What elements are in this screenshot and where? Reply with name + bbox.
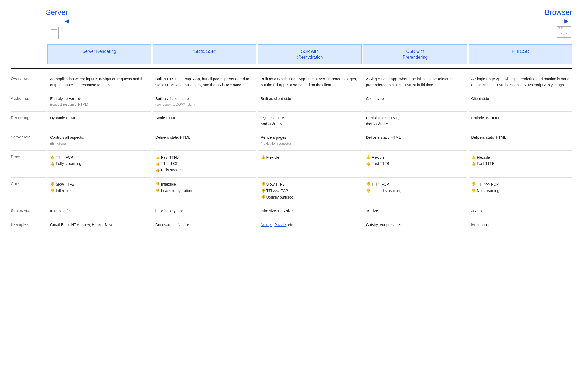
cell-authoring-static-ssr: Built as if client-side (components, DOM… — [153, 92, 256, 112]
col-header-csr-prerendering: CSR withPrerendering — [363, 44, 467, 64]
row-label-scales-via: Scales via: — [11, 204, 46, 218]
cell-pros-full-csr: 👍 Flexible 👍 Fast TTFB — [469, 151, 572, 178]
row-label-authoring: Authoring: — [11, 92, 46, 112]
row-label-pros: Pros: — [11, 151, 46, 178]
cell-examples-csr-prerendering: Gatsby, Vuepress, etc — [363, 218, 467, 232]
row-label-server-role: Server role: — [11, 131, 46, 150]
cell-overview-static-ssr: Built as a Single Page App, but all page… — [153, 72, 256, 92]
cell-overview-full-csr: A Single Page App. All logic, rendering … — [469, 72, 572, 92]
razzle-link[interactable]: Razzle — [274, 223, 286, 227]
cell-cons-full-csr: 👎 TTI >>> FCP 👎 No streaming — [469, 178, 572, 204]
comparison-table: Overview: An application where input is … — [11, 72, 572, 232]
server-icon — [46, 26, 62, 41]
col-header-full-csr: Full CSR — [469, 44, 572, 64]
svg-rect-0 — [49, 27, 59, 39]
arrow-line — [69, 21, 564, 21]
cell-examples-static-ssr: Docusaurus, Netflix* — [153, 218, 256, 232]
cell-cons-static-ssr: 👎 Inflexible 👎 Leads to hydration — [153, 178, 256, 204]
col-header-ssr-rehydration: SSR with(Re)hydration — [258, 44, 362, 64]
row-label-examples: Examples: — [11, 218, 46, 232]
authoring-arrow — [153, 107, 260, 107]
cell-scales-server-rendering: Infra size / cost — [47, 204, 151, 218]
svg-point-8 — [561, 27, 563, 29]
cell-scales-ssr-rehydration: Infra size & JS size — [258, 204, 362, 218]
cell-examples-full-csr: Most apps — [469, 218, 572, 232]
authoring-arrow-head: → — [566, 103, 571, 109]
nextjs-link[interactable]: Next.js — [261, 223, 272, 227]
server-label: Server — [46, 8, 68, 17]
arrow-right-icon: ▶ — [564, 18, 568, 24]
cell-pros-server-rendering: 👍 TTI = FCP 👍 Fully streaming — [47, 151, 151, 178]
cell-scales-static-ssr: build/deploy size — [153, 204, 256, 218]
cell-authoring-full-csr: Client-side → — [469, 92, 572, 112]
cell-server-role-full-csr: Delivers static HTML — [469, 131, 572, 150]
cell-server-role-server-rendering: Controls all aspects.(thin client) — [47, 131, 151, 150]
page-container: Server Browser ◀ ▶ — [11, 8, 572, 232]
cell-pros-csr-prerendering: 👍 Flexible 👍 Fast TTFB — [363, 151, 467, 178]
col-header-server-rendering: Server Rendering — [47, 44, 151, 64]
cell-examples-ssr-rehydration: Next.js, Razzle, etc — [258, 218, 362, 232]
cell-scales-csr-prerendering: JS size — [363, 204, 467, 218]
row-label-overview: Overview: — [11, 72, 46, 92]
thick-divider — [11, 68, 572, 69]
cell-rendering-ssr-rehydration: Dynamic HTMLand JS/DOM — [258, 112, 362, 131]
cell-pros-ssr-rehydration: 👍 Flexible — [258, 151, 362, 178]
cell-examples-server-rendering: Gmail Basic HTML view, Hacker News — [47, 218, 151, 232]
col-header-static-ssr: "Static SSR" — [153, 44, 256, 64]
row-label-rendering: Rendering: — [11, 112, 46, 131]
cell-overview-server-rendering: An application where input is navigation… — [47, 72, 151, 92]
svg-text:</>: </> — [561, 32, 567, 35]
cell-overview-csr-prerendering: A Single Page App, where the initial she… — [363, 72, 467, 92]
cell-server-role-csr-prerendering: Delivers static HTML — [363, 131, 467, 150]
authoring-arrow-right — [363, 107, 467, 107]
cell-scales-full-csr: JS size — [469, 204, 572, 218]
cell-authoring-server-rendering: Entirely server-side (request-response, … — [47, 92, 151, 112]
row-label-cons: Cons: — [11, 178, 46, 204]
cell-cons-ssr-rehydration: 👎 Slow TTFB 👎 TTI >>> FCP 👎 Usually buff… — [258, 178, 362, 204]
cell-pros-static-ssr: 👍 Fast TTFB 👍 TTI = FCP 👍 Fully streamin… — [153, 151, 256, 178]
browser-label: Browser — [544, 8, 572, 17]
cell-rendering-full-csr: Entirely JS/DOM — [469, 112, 572, 131]
cell-rendering-server-rendering: Dynamic HTML — [47, 112, 151, 131]
cell-authoring-ssr-rehydration: Built as client-side — [258, 92, 362, 112]
authoring-arrow-mid — [258, 107, 362, 107]
authoring-arrow-end — [469, 107, 570, 107]
cell-rendering-static-ssr: Static HTML — [153, 112, 256, 131]
cell-overview-ssr-rehydration: Built as a Single Page App. The server p… — [258, 72, 362, 92]
cell-cons-server-rendering: 👎 Slow TTFB 👎 Inflexible — [47, 178, 151, 204]
cell-authoring-csr-prerendering: Client-side — [363, 92, 467, 112]
browser-icon: </> — [556, 26, 572, 41]
cell-server-role-static-ssr: Delivers static HTML — [153, 131, 256, 150]
svg-point-7 — [559, 27, 560, 29]
cell-server-role-ssr-rehydration: Renders pages(navigation requests) — [258, 131, 362, 150]
column-headers: Server Rendering "Static SSR" SSR with(R… — [11, 44, 572, 64]
cell-rendering-csr-prerendering: Partial static HTML,then JS/DOM — [363, 112, 467, 131]
cell-cons-csr-prerendering: 👎 TTI > FCP 👎 Limited streaming — [363, 178, 467, 204]
arrow-left-icon: ◀ — [65, 18, 69, 24]
